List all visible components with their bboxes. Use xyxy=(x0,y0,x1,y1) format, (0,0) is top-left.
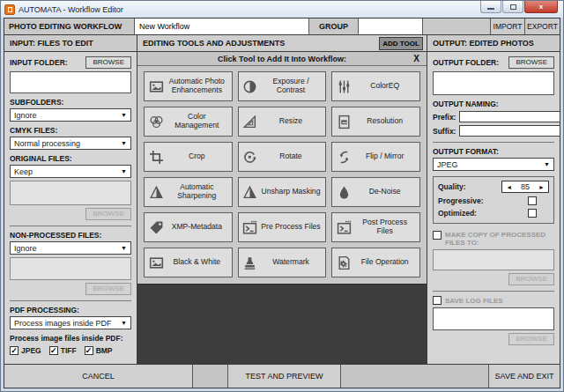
nonprocessed-select[interactable]: Ignore ▼ xyxy=(10,241,131,255)
set-square-icon xyxy=(241,114,259,129)
checked-checkbox-icon[interactable]: ✓ xyxy=(49,346,58,355)
output-format-label: OUTPUT FORMAT: xyxy=(433,147,554,156)
pdf-processing-select[interactable]: Process images inside PDF ▼ xyxy=(10,316,131,329)
group-label: GROUP xyxy=(319,22,348,31)
checked-checkbox-icon[interactable]: ✓ xyxy=(85,346,93,355)
crop-icon xyxy=(147,149,165,165)
suffix-label: Suffix: xyxy=(433,127,456,136)
save-and-exit-button[interactable]: SAVE AND EXIT xyxy=(489,365,560,388)
tool-label: Black & White xyxy=(165,258,229,267)
pdf-types-label: Process image files inside PDF: xyxy=(10,334,131,343)
tool-pre-process-files[interactable]: Pre Process Files xyxy=(238,212,327,242)
original-files-label: ORIGINAL FILES: xyxy=(10,154,131,163)
group-input[interactable] xyxy=(359,18,423,34)
app-window: AUTOMATA - Workflow Editor x PHOTO EDITI… xyxy=(0,0,564,392)
maximize-button[interactable] xyxy=(502,1,523,13)
pdf-type-label: TIFF xyxy=(61,346,77,355)
quality-label: Quality: xyxy=(438,182,466,191)
tool-rotate[interactable]: Rotate xyxy=(238,142,327,172)
subfolders-label: SUBFOLDERS: xyxy=(10,98,131,107)
cmyk-select[interactable]: Normal processing ▼ xyxy=(10,137,131,150)
tool-file-operation[interactable]: File Operation xyxy=(331,248,420,277)
input-panel: INPUT: FILES TO EDIT INPUT FOLDER: BROWS… xyxy=(4,35,137,364)
pdf-type-tiff[interactable]: ✓TIFF xyxy=(49,346,77,355)
close-button[interactable]: x xyxy=(524,1,558,13)
import-button[interactable]: IMPORT xyxy=(491,18,525,34)
quality-decrease-icon[interactable]: ◄ xyxy=(506,184,512,190)
progressive-checkbox[interactable] xyxy=(528,196,537,205)
window-title: AUTOMATA - Workflow Editor xyxy=(19,5,123,14)
output-format-select[interactable]: JPEG ▼ xyxy=(433,158,554,171)
pdf-type-bmp[interactable]: ✓BMP xyxy=(85,346,113,355)
tool-exposure-contrast[interactable]: Exposure / Contrast xyxy=(238,71,327,101)
output-folder-browse-button[interactable]: BROWSE xyxy=(508,56,554,69)
checked-checkbox-icon[interactable]: ✓ xyxy=(10,346,19,355)
sharpen-icon xyxy=(147,184,165,200)
original-browse-button: BROWSE xyxy=(85,208,131,220)
input-folder-value[interactable] xyxy=(10,71,131,93)
tool-black-white[interactable]: Black & White xyxy=(144,248,233,277)
pdf-type-jpeg[interactable]: ✓JPEG xyxy=(10,346,41,355)
tool-resize[interactable]: Resize xyxy=(238,107,327,137)
test-and-preview-button[interactable]: TEST AND PREVIEW xyxy=(228,365,341,388)
cancel-button[interactable]: CANCEL xyxy=(4,365,193,388)
add-tool-button[interactable]: ADD TOOL xyxy=(379,37,423,50)
app-content: PHOTO EDITING WORKFLOW GROUP IMPORT EXPO… xyxy=(4,18,560,388)
page-image-icon xyxy=(335,114,352,129)
prefix-input[interactable] xyxy=(459,111,560,122)
tool-label: Resize xyxy=(259,117,323,126)
header-spacer xyxy=(423,18,491,34)
optimized-checkbox[interactable] xyxy=(528,209,537,218)
output-panel-title: OUTPUT: EDITED PHOTOS xyxy=(427,35,560,52)
cmyk-label: CMYK FILES: xyxy=(10,126,131,135)
tool-crop[interactable]: Crop xyxy=(144,142,233,172)
nonprocessed-folder-value xyxy=(10,257,131,280)
close-tools-icon[interactable]: X xyxy=(413,54,419,63)
chevron-down-icon: ▼ xyxy=(121,140,127,146)
pdf-type-label: JPEG xyxy=(21,346,41,355)
tool-xmp-metadata[interactable]: XMP-Metadata xyxy=(144,212,233,242)
tool-color-management[interactable]: Color Management xyxy=(144,107,233,137)
original-files-select[interactable]: Keep ▼ xyxy=(10,165,131,178)
workflow-name-input[interactable] xyxy=(135,18,309,34)
tools-chooser: Click Tool to Add It Into Workflow: X Au… xyxy=(137,52,427,285)
tool-label: Automatic Sharpening xyxy=(165,183,229,201)
quality-increase-icon[interactable]: ► xyxy=(538,184,545,190)
export-button[interactable]: EXPORT xyxy=(525,18,560,34)
droplet-icon xyxy=(335,184,352,200)
tool-de-noise[interactable]: De-Noise xyxy=(331,177,420,207)
tool-label: Post Process Files xyxy=(352,218,417,236)
tool-unsharp-masking[interactable]: Unsharp Masking xyxy=(238,177,327,207)
tools-panel-title: EDITING TOOLS AND ADJUSTMENTS xyxy=(143,39,285,48)
save-log-checkbox[interactable] xyxy=(433,296,442,305)
tool-automatic-sharpening[interactable]: Automatic Sharpening xyxy=(144,177,233,207)
tool-label: ColorEQ xyxy=(352,82,417,91)
tool-label: Unsharp Masking xyxy=(259,188,323,196)
tool-automatic-photo-enhancements[interactable]: Automatic Photo Enhancements xyxy=(144,71,233,101)
suffix-input[interactable] xyxy=(459,125,560,137)
chevron-down-icon: ▼ xyxy=(544,161,550,167)
pdf-types-row: ✓JPEG✓TIFF✓BMP xyxy=(10,346,131,355)
contrast-icon xyxy=(241,78,259,94)
input-folder-label: INPUT FOLDER: xyxy=(10,58,68,67)
make-copy-checkbox[interactable] xyxy=(433,231,442,240)
quality-stepper: ◄ 85 ► xyxy=(501,181,549,193)
subfolders-select[interactable]: Ignore ▼ xyxy=(10,108,131,122)
minimize-icon xyxy=(487,8,494,10)
tool-coloreq[interactable]: ColorEQ xyxy=(331,71,420,101)
tool-watermark[interactable]: Watermark xyxy=(238,248,327,277)
input-folder-browse-button[interactable]: BROWSE xyxy=(85,56,131,69)
tool-post-process-files[interactable]: Post Process Files xyxy=(331,212,420,242)
quality-value: 85 xyxy=(519,182,531,191)
photo-icon xyxy=(147,255,165,270)
log-folder-value[interactable] xyxy=(433,307,554,330)
terminal-icon xyxy=(335,219,352,235)
tool-label: Rotate xyxy=(259,152,323,161)
tool-resolution[interactable]: Resolution xyxy=(331,107,420,137)
footer-spacer xyxy=(193,365,228,388)
tool-flip-mirror[interactable]: Flip / Mirror xyxy=(331,142,420,172)
tool-label: Automatic Photo Enhancements xyxy=(165,78,229,95)
input-panel-title: INPUT: FILES TO EDIT xyxy=(4,35,137,52)
minimize-button[interactable] xyxy=(480,1,501,13)
output-folder-value[interactable] xyxy=(433,71,554,95)
